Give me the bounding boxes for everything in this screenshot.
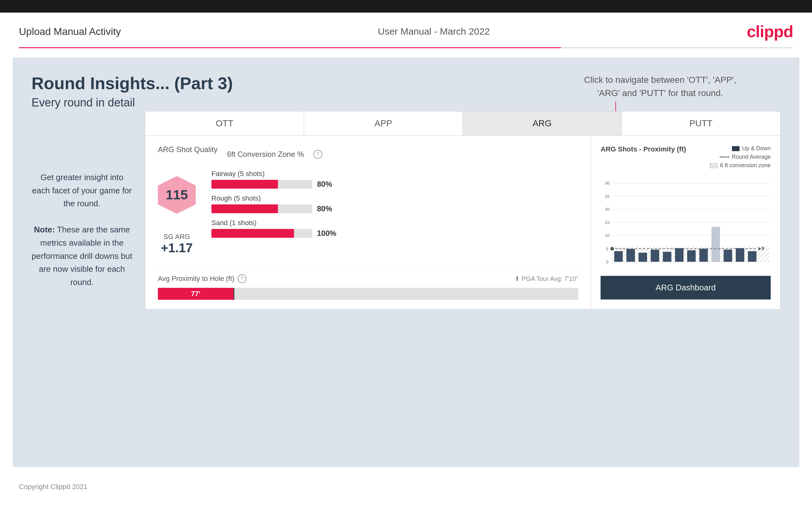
svg-rect-19 xyxy=(651,250,659,262)
svg-rect-20 xyxy=(663,252,671,262)
proximity-bar: 77' xyxy=(158,288,578,300)
legend-label-avg: Round Average xyxy=(732,154,771,160)
pga-label: ⬆ PGA Tour Avg: 7'10" xyxy=(515,275,578,282)
chart-title: ARG Shots - Proximity (ft) xyxy=(601,145,686,153)
bar-fill-fairway xyxy=(211,180,278,189)
tab-putt[interactable]: PUTT xyxy=(622,111,780,135)
insight-text: Get greater insight into each facet of y… xyxy=(32,171,132,289)
svg-rect-25 xyxy=(724,250,732,262)
legend: Up & Down Round Average 6 ft conversion … xyxy=(710,145,771,169)
conversion-label: 6ft Conversion Zone % xyxy=(227,150,304,159)
shot-row-sand: Sand (1 shots) 100% xyxy=(211,219,578,238)
header: Upload Manual Activity User Manual - Mar… xyxy=(0,13,812,47)
svg-point-29 xyxy=(610,247,614,251)
hex-sg-col: 115 SG ARG +1.17 xyxy=(158,170,196,255)
proximity-bar-fill: 77' xyxy=(158,288,234,300)
svg-rect-24 xyxy=(711,227,720,262)
left-panel: ARG Shot Quality 6ft Conversion Zone % ?… xyxy=(145,136,591,309)
legend-item-conv: 6 ft conversion zone xyxy=(710,162,771,169)
chart-svg: 0 5 10 15 20 25 30 xyxy=(601,175,771,270)
proximity-value: 77' xyxy=(191,290,200,298)
card-body: ARG Shot Quality 6ft Conversion Zone % ?… xyxy=(145,136,780,309)
svg-rect-16 xyxy=(614,251,623,262)
legend-box-updown xyxy=(732,146,740,151)
tabs: OTT APP ARG PUTT xyxy=(145,111,780,136)
nav-hint-line2: 'ARG' and 'PUTT' for that round. xyxy=(584,87,737,100)
logo: clippd xyxy=(747,22,793,41)
bar-pct-fairway: 80% xyxy=(317,180,336,189)
svg-text:0: 0 xyxy=(606,260,608,264)
tab-app[interactable]: APP xyxy=(304,111,463,135)
shot-row-rough: Rough (5 shots) 80% xyxy=(211,194,578,213)
svg-text:5: 5 xyxy=(606,246,608,251)
help-icon[interactable]: ? xyxy=(313,150,322,159)
proximity-cursor xyxy=(234,288,235,300)
bar-pct-sand: 100% xyxy=(317,229,336,238)
svg-text:20: 20 xyxy=(605,207,610,212)
shot-label-rough: Rough (5 shots) xyxy=(211,194,578,203)
proximity-section: Avg Proximity to Hole (ft) ? ⬆ PGA Tour … xyxy=(158,268,578,300)
svg-rect-17 xyxy=(626,249,635,262)
shot-label-sand: Sand (1 shots) xyxy=(211,219,578,227)
top-bar xyxy=(0,0,812,13)
bar-track-sand xyxy=(211,229,312,238)
insight-note: Note: xyxy=(34,225,55,234)
sg-label: SG ARG xyxy=(158,233,196,241)
sg-value: +1.17 xyxy=(158,241,196,255)
legend-item-updown: Up & Down xyxy=(732,145,771,152)
bar-track-rough xyxy=(211,204,312,213)
chart-header: ARG Shots - Proximity (ft) Up & Down Rou… xyxy=(601,145,771,169)
nav-hint-line1: Click to navigate between 'OTT', 'APP', xyxy=(584,73,737,87)
bar-pct-rough: 80% xyxy=(317,204,336,213)
legend-label-updown: Up & Down xyxy=(742,145,771,152)
header-divider xyxy=(19,47,793,48)
arg-dashboard-button[interactable]: ARG Dashboard xyxy=(601,276,771,299)
svg-text:10: 10 xyxy=(605,233,610,238)
legend-dash-avg xyxy=(720,157,729,158)
proximity-help-icon[interactable]: ? xyxy=(238,274,246,283)
bar-fill-sand xyxy=(211,229,294,238)
bar-fill-rough xyxy=(211,204,278,213)
hex-badge: 115 xyxy=(158,176,196,214)
right-panel: ARG Shots - Proximity (ft) Up & Down Rou… xyxy=(591,136,780,309)
copyright: Copyright Clippd 2021 xyxy=(19,483,88,491)
shot-label-fairway: Fairway (5 shots) xyxy=(211,170,578,178)
insight-text1: Get greater insight into each facet of y… xyxy=(32,173,132,208)
svg-text:25: 25 xyxy=(605,194,610,199)
svg-rect-23 xyxy=(699,249,708,262)
shot-rows: Fairway (5 shots) 80% Rough (5 shots) xyxy=(205,170,578,243)
legend-label-conv: 6 ft conversion zone xyxy=(720,162,771,169)
legend-hatch-conv xyxy=(710,163,717,168)
quality-header-row: ARG Shot Quality 6ft Conversion Zone % ? xyxy=(158,145,578,163)
shot-quality-label: ARG Shot Quality xyxy=(158,145,217,154)
svg-text:15: 15 xyxy=(605,220,610,225)
svg-rect-21 xyxy=(675,248,683,262)
proximity-label: Avg Proximity to Hole (ft) xyxy=(158,275,235,283)
shot-row-fairway: Fairway (5 shots) 80% xyxy=(211,170,578,189)
main-content: Round Insights... (Part 3) Every round i… xyxy=(13,58,799,467)
upload-label: Upload Manual Activity xyxy=(19,26,121,38)
tab-arg[interactable]: ARG xyxy=(463,111,622,135)
svg-text:8: 8 xyxy=(762,246,764,251)
legend-item-avg: Round Average xyxy=(720,154,771,160)
svg-rect-18 xyxy=(639,252,647,262)
bar-track-fairway xyxy=(211,180,312,189)
center-label: User Manual - March 2022 xyxy=(378,26,490,37)
tab-ott[interactable]: OTT xyxy=(145,111,304,135)
footer: Copyright Clippd 2021 xyxy=(0,476,812,497)
sg-section: SG ARG +1.17 xyxy=(158,233,196,255)
quality-content: 115 SG ARG +1.17 Fairway (5 shots) xyxy=(158,170,578,255)
svg-rect-27 xyxy=(748,251,757,262)
svg-rect-26 xyxy=(736,248,744,262)
dashboard-card: OTT APP ARG PUTT ARG Shot Quality 6ft Co… xyxy=(145,111,780,309)
svg-rect-22 xyxy=(687,250,696,262)
chart-area: 0 5 10 15 20 25 30 xyxy=(601,175,771,270)
svg-text:30: 30 xyxy=(605,181,610,185)
